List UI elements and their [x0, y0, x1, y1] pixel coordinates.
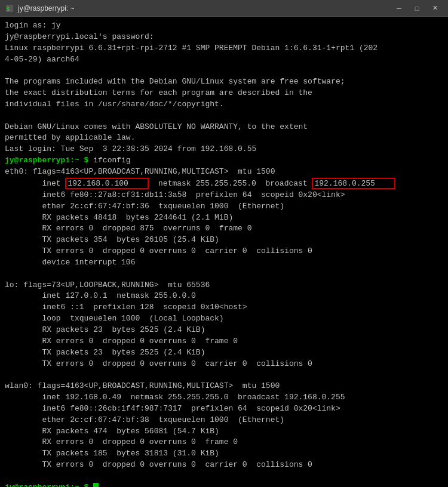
line-blank3	[5, 269, 443, 280]
line-final-prompt: jy@raspberrypi:~ $	[5, 482, 443, 487]
line-wlan0-tx-errors: TX errors 0 dropped 0 overruns 0 carrier…	[5, 460, 443, 471]
line-login: login as: jy	[5, 20, 443, 32]
window-title: jy@raspberrypi: ~	[18, 4, 75, 13]
line-lo-inet6: inet6 ::1 prefixlen 128 scopeid 0x10<hos…	[5, 302, 443, 313]
line-exact: the exact distribution terms for each pr…	[5, 88, 443, 99]
title-bar-left: $ jy@raspberrypi: ~	[5, 4, 75, 13]
line-lo-tx-packets: TX packets 23 bytes 2525 (2.4 KiB)	[5, 347, 443, 359]
line-eth0-tx-errors: TX errors 0 dropped 0 overruns 0 carrier…	[5, 246, 443, 257]
line-eth0-rx-errors: RX errors 0 dropped 875 overruns 0 frame…	[5, 223, 443, 235]
line-linux1: Linux raspberrypi 6.6.31+rpt-rpi-2712 #1…	[5, 43, 443, 54]
window: $ jy@raspberrypi: ~ ─ □ ✕ login as: jy j…	[0, 0, 448, 487]
title-bar: $ jy@raspberrypi: ~ ─ □ ✕	[0, 0, 448, 17]
line-lo-inet: inet 127.0.0.1 netmask 255.0.0.0	[5, 291, 443, 302]
line-lo-loop: loop txqueuelen 1000 (Local Loopback)	[5, 313, 443, 325]
final-prompt-text: jy@raspberrypi:~ $	[5, 483, 93, 487]
line-wlan0-inet: inet 192.168.0.49 netmask 255.255.255.0 …	[5, 392, 443, 403]
line-eth0-device: device interrupt 106	[5, 257, 443, 269]
window-controls: ─ □ ✕	[391, 2, 443, 14]
cursor	[93, 483, 99, 487]
line-eth0-flags: eth0: flags=4163<UP,BROADCAST,RUNNING,MU…	[5, 167, 443, 178]
line-lo-rx-packets: RX packets 23 bytes 2525 (2.4 KiB)	[5, 325, 443, 336]
line-lo-rx-errors: RX errors 0 dropped 0 overruns 0 frame 0	[5, 336, 443, 347]
terminal-icon: $	[5, 4, 14, 13]
close-button[interactable]: ✕	[426, 2, 443, 14]
line-eth0-inet6: inet6 fe80::27a8:cf31:db11:3a58 prefixle…	[5, 190, 443, 201]
line-wlan0-ether: ether 2c:cf:67:47:bf:38 txqueuelen 1000 …	[5, 415, 443, 426]
line-blank2	[5, 110, 443, 122]
command-ifconfig: ifconfig	[93, 156, 130, 165]
line-prompt-ifconfig: jy@raspberrypi:~ $ ifconfig	[5, 155, 443, 167]
line-programs: The programs included with the Debian GN…	[5, 76, 443, 88]
line-linux2: 4-05-29) aarch64	[5, 54, 443, 66]
line-password: jy@raspberrypi.local's password:	[5, 32, 443, 43]
line-blank5	[5, 471, 443, 482]
line-eth0-ether: ether 2c:cf:67:47:bf:36 txqueuelen 1000 …	[5, 201, 443, 212]
prompt-text: jy@raspberrypi:~ $	[5, 156, 93, 165]
minimize-button[interactable]: ─	[391, 2, 407, 14]
eth0-broadcast: 192.168.0.255	[312, 178, 395, 190]
line-blank4	[5, 369, 443, 381]
line-blank1	[5, 65, 443, 76]
terminal-output[interactable]: login as: jy jy@raspberrypi.local's pass…	[0, 17, 448, 487]
line-wlan0-rx-packets: RX packets 474 bytes 56081 (54.7 KiB)	[5, 426, 443, 437]
line-eth0-tx-packets: TX packets 354 bytes 26105 (25.4 KiB)	[5, 235, 443, 246]
maximize-button[interactable]: □	[409, 2, 425, 14]
line-wlan0-rx-errors: RX errors 0 dropped 0 overruns 0 frame 0	[5, 437, 443, 448]
line-individual: individual files in /usr/share/doc/*/cop…	[5, 99, 443, 110]
line-eth0-rx-packets: RX packets 48418 bytes 2244641 (2.1 MiB)	[5, 212, 443, 224]
line-lo-flags: lo: flags=73<UP,LOOPBACK,RUNNING> mtu 65…	[5, 280, 443, 291]
line-permitted: permitted by applicable law.	[5, 132, 443, 144]
line-lo-tx-errors: TX errors 0 dropped 0 overruns 0 carrier…	[5, 359, 443, 370]
svg-text:$: $	[7, 6, 10, 12]
eth0-ip-address: 192.168.0.100	[65, 178, 149, 190]
line-lastlogin: Last login: Tue Sep 3 22:38:35 2024 from…	[5, 144, 443, 155]
line-eth0-inet: inet 192.168.0.100 netmask 255.255.255.0…	[5, 178, 443, 190]
line-debian: Debian GNU/Linux comes with ABSOLUTELY N…	[5, 122, 443, 133]
line-wlan0-inet6: inet6 fe80::26cb:1f4f:987:7317 prefixlen…	[5, 403, 443, 415]
line-wlan0-tx-packets: TX packets 185 bytes 31813 (31.0 KiB)	[5, 448, 443, 460]
line-wlan0-flags: wlan0: flags=4163<UP,BROADCAST,RUNNING,M…	[5, 381, 443, 392]
